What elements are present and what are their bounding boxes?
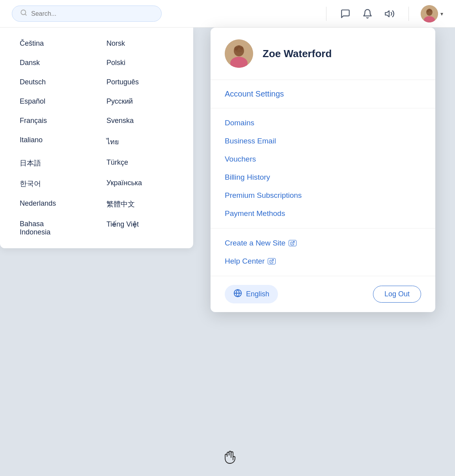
- list-item[interactable]: 繁體中文: [106, 199, 177, 209]
- svg-line-16: [292, 242, 295, 244]
- list-item[interactable]: 한국어: [20, 179, 91, 188]
- billing-history-link[interactable]: Billing History: [225, 169, 421, 186]
- list-item[interactable]: 日本語: [20, 158, 91, 168]
- language-button[interactable]: English: [225, 285, 278, 303]
- dropdown-external-links: Create a New Site Help Center: [211, 229, 435, 276]
- svg-point-8: [429, 9, 430, 11]
- svg-point-7: [430, 9, 432, 11]
- chevron-down-icon: ▾: [440, 11, 443, 17]
- dropdown-user-header: Zoe Waterford: [211, 28, 435, 80]
- dropdown-avatar: [225, 39, 253, 68]
- list-item[interactable]: Español: [20, 97, 91, 106]
- svg-marker-2: [385, 11, 389, 17]
- help-center-link[interactable]: Help Center: [225, 253, 421, 270]
- domains-link[interactable]: Domains: [225, 115, 421, 131]
- list-item[interactable]: Français: [20, 117, 91, 125]
- svg-point-6: [427, 10, 429, 12]
- megaphone-icon-button[interactable]: [382, 7, 397, 21]
- list-item[interactable]: Dansk: [20, 59, 91, 67]
- vouchers-link[interactable]: Vouchers: [225, 151, 421, 167]
- list-item[interactable]: Tiếng Việt: [106, 220, 177, 236]
- search-input[interactable]: [31, 10, 153, 17]
- nav-divider: [326, 7, 326, 21]
- help-center-label: Help Center: [225, 257, 265, 266]
- cursor-hand-icon: [223, 450, 237, 469]
- list-item[interactable]: Türkçe: [106, 158, 177, 168]
- search-bar[interactable]: [12, 6, 162, 22]
- language-label: English: [246, 290, 269, 298]
- business-email-link[interactable]: Business Email: [225, 133, 421, 149]
- list-item[interactable]: ไทย: [106, 136, 177, 147]
- logout-button[interactable]: Log Out: [373, 286, 421, 303]
- main-area: 0/6 comple Čeština Norsk Dansk Polski De…: [0, 28, 455, 476]
- avatar: [421, 5, 438, 22]
- list-item[interactable]: Čeština: [20, 39, 91, 48]
- language-panel: Čeština Norsk Dansk Polski Deutsch Portu…: [0, 28, 193, 248]
- avatar-button[interactable]: ▾: [421, 5, 443, 22]
- chat-icon-button[interactable]: [338, 7, 352, 21]
- list-item[interactable]: Deutsch: [20, 78, 91, 86]
- dropdown-footer: English Log Out: [211, 276, 435, 312]
- list-item[interactable]: Svenska: [106, 117, 177, 125]
- search-icon: [20, 9, 27, 18]
- language-grid: Čeština Norsk Dansk Polski Deutsch Portu…: [20, 39, 177, 236]
- dropdown-username: Zoe Waterford: [263, 48, 332, 60]
- nav-icons: ▾: [322, 5, 443, 22]
- dropdown-menu: Domains Business Email Vouchers Billing …: [211, 108, 435, 229]
- bell-icon-button[interactable]: [360, 7, 375, 21]
- premium-subscriptions-link[interactable]: Premium Subscriptions: [225, 187, 421, 204]
- navbar: ▾: [0, 0, 455, 28]
- svg-line-17: [271, 260, 274, 262]
- list-item[interactable]: Nederlands: [20, 199, 91, 209]
- svg-point-15: [235, 48, 243, 52]
- external-link-icon-2: [268, 258, 276, 264]
- create-new-site-label: Create a New Site: [225, 239, 285, 247]
- user-dropdown: Zoe Waterford Account Settings Domains B…: [211, 28, 435, 312]
- create-new-site-link[interactable]: Create a New Site: [225, 235, 421, 251]
- list-item[interactable]: Italiano: [20, 136, 91, 147]
- list-item[interactable]: Polski: [106, 59, 177, 67]
- list-item[interactable]: Norsk: [106, 39, 177, 48]
- list-item[interactable]: Українська: [106, 179, 177, 188]
- svg-line-1: [25, 14, 26, 15]
- account-settings-section: Account Settings: [211, 80, 435, 108]
- globe-icon: [233, 289, 242, 299]
- account-settings-link[interactable]: Account Settings: [225, 89, 421, 99]
- nav-divider-2: [408, 7, 409, 21]
- list-item[interactable]: Русский: [106, 97, 177, 106]
- list-item[interactable]: Português: [106, 78, 177, 86]
- payment-methods-link[interactable]: Payment Methods: [225, 205, 421, 222]
- external-link-icon: [289, 240, 296, 246]
- list-item[interactable]: BahasaIndonesia: [20, 220, 91, 236]
